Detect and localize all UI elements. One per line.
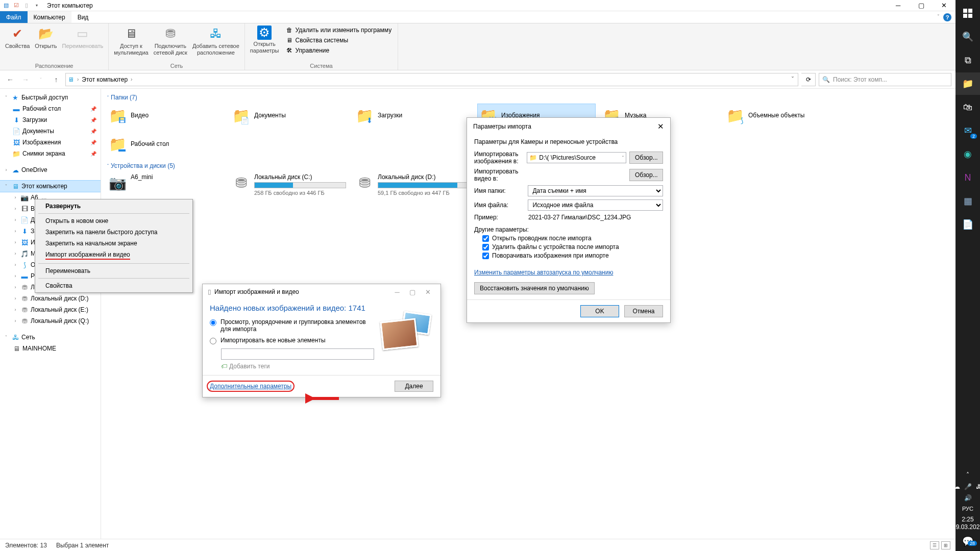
search-input[interactable]: 🔍 Поиск: Этот комп...: [819, 73, 951, 86]
ribbon-manage-item[interactable]: 🛠Управление: [284, 46, 393, 55]
ribbon-properties-button[interactable]: ✔ Свойства: [3, 24, 32, 51]
tree-desktop[interactable]: ▬Рабочий стол📌: [0, 103, 101, 114]
ribbon-map-drive-button[interactable]: ⛃ Подключить сетевой диск: [152, 24, 189, 57]
folder-downloads[interactable]: 📁⬇Загрузки: [354, 104, 472, 127]
cancel-button[interactable]: Отмена: [624, 305, 663, 317]
folders-header[interactable]: ˇПапки (7): [107, 94, 949, 101]
close-button[interactable]: ✕: [657, 122, 664, 131]
maximize-button[interactable]: ▢: [405, 288, 420, 296]
minimize-button[interactable]: ─: [389, 288, 405, 296]
ctx-import[interactable]: Импорт изображений и видео: [36, 249, 191, 262]
add-tags-hint[interactable]: 🏷Добавить теги: [221, 363, 433, 370]
browse-video-button[interactable]: Обзор...: [629, 169, 663, 181]
ribbon-uninstall-item[interactable]: 🗑Удалить или изменить программу: [284, 26, 393, 35]
folder-desktop[interactable]: 📁▬Рабочий стол: [107, 133, 225, 155]
folder-name-select[interactable]: Дата съемки + имя: [528, 185, 663, 196]
taskbar-notepad[interactable]: 📄: [955, 213, 980, 236]
tray-language[interactable]: РУС: [962, 504, 973, 514]
breadcrumb-root[interactable]: Этот компьютер: [82, 76, 128, 83]
tree-pictures[interactable]: 🖼Изображения📌: [0, 137, 101, 148]
drive-a6[interactable]: 📷 A6_mini: [107, 172, 225, 197]
ctx-pin-start[interactable]: Закрепить на начальном экране: [36, 238, 191, 249]
address-dropdown-icon[interactable]: ˇ: [790, 76, 796, 83]
view-details-icon[interactable]: ☰: [930, 541, 939, 549]
import-dialog-title-bar[interactable]: ▯ Импорт изображений и видео ─ ▢ ✕: [203, 284, 440, 299]
start-button[interactable]: [955, 2, 980, 24]
ctx-pin-quick[interactable]: Закрепить на панели быстрого доступа: [36, 227, 191, 238]
tab-computer[interactable]: Компьютер: [28, 11, 71, 23]
ribbon-sysprops-item[interactable]: 🖥Свойства системы: [284, 36, 393, 45]
qat-newfolder-icon[interactable]: ▯: [22, 2, 31, 10]
tree-screenshots[interactable]: 📁Снимки экрана📌: [0, 148, 101, 159]
ribbon-open-button[interactable]: 📂 Открыть: [33, 24, 59, 51]
taskbar-onenote[interactable]: N: [955, 166, 980, 189]
file-name-select[interactable]: Исходное имя файла: [528, 199, 663, 211]
radio-all[interactable]: [210, 338, 216, 344]
help-icon[interactable]: ?: [943, 13, 951, 21]
tree-drive-d[interactable]: ›⛃Локальный диск (D:): [0, 293, 101, 304]
maximize-button[interactable]: ▢: [910, 0, 933, 11]
ctx-open-new-window[interactable]: Открыть в новом окне: [36, 215, 191, 227]
ribbon-rename-button[interactable]: ▭ Переименовать: [60, 24, 106, 51]
chk-delete-after[interactable]: Удалить файлы с устройства после импорта: [482, 243, 663, 251]
ctx-expand[interactable]: Развернуть: [36, 201, 191, 212]
ribbon-collapse-icon[interactable]: ˇ: [938, 14, 939, 20]
taskbar-app[interactable]: ▦: [955, 190, 980, 212]
tray-clock[interactable]: 2:2529.03.2021: [952, 514, 980, 534]
tree-onedrive[interactable]: ›☁OneDrive: [0, 164, 101, 176]
import-next-button[interactable]: Далее: [395, 381, 433, 392]
chk-open-explorer[interactable]: Открыть проводник после импорта: [482, 235, 663, 242]
tray-net-icon[interactable]: 🖧: [976, 483, 981, 490]
autoplay-settings-link[interactable]: Изменить параметры автозапуска по умолча…: [474, 269, 613, 276]
qat-properties-icon[interactable]: ☑: [12, 2, 20, 10]
ok-button[interactable]: OK: [580, 305, 619, 317]
tree-this-pc[interactable]: ˇ🖥Этот компьютер: [0, 181, 101, 192]
tree-drive-q[interactable]: ›⛃Локальный диск (Q:): [0, 315, 101, 327]
chk-rotate[interactable]: Поворачивать изображения при импорте: [482, 252, 663, 259]
import-images-path[interactable]: 📁D:\( \Pictures\Sourceˇ: [527, 152, 626, 163]
tray-onedrive-icon[interactable]: ☁: [954, 483, 960, 490]
browse-images-button[interactable]: Обзор...: [629, 152, 663, 164]
close-button[interactable]: ✕: [933, 0, 955, 11]
tree-downloads[interactable]: ⬇Загрузки📌: [0, 114, 101, 126]
ribbon-settings-button[interactable]: ⚙ Открыть параметры: [248, 24, 281, 55]
tab-file[interactable]: Файл: [0, 11, 28, 23]
drive-c[interactable]: ⛃ Локальный диск (C:) 258 ГБ свободно из…: [231, 172, 348, 197]
import-more-options-link[interactable]: Дополнительные параметры: [210, 383, 291, 390]
refresh-button[interactable]: ⟳: [801, 73, 816, 86]
folder-documents[interactable]: 📁📄Документы: [231, 104, 348, 127]
tags-input[interactable]: [221, 348, 374, 360]
nav-forward-button[interactable]: →: [19, 73, 32, 86]
taskbar-store[interactable]: 🛍: [955, 96, 980, 118]
taskbar-mail[interactable]: ✉2: [955, 119, 980, 142]
address-bar[interactable]: 🖥 › Этот компьютер › ˇ: [65, 73, 798, 86]
folder-video[interactable]: 📁🎞Видео: [107, 104, 225, 127]
taskbar-explorer[interactable]: 📁: [955, 72, 980, 95]
ctx-properties[interactable]: Свойства: [36, 280, 191, 291]
view-large-icon[interactable]: ⊞: [941, 541, 950, 549]
ribbon-media-button[interactable]: 🖥 Доступ к мультимедиа: [112, 24, 151, 57]
tray-volume-icon[interactable]: 🔊: [964, 494, 972, 502]
taskbar-edge[interactable]: ◉: [955, 143, 980, 165]
close-button[interactable]: ✕: [420, 288, 435, 296]
radio-review[interactable]: [210, 319, 216, 326]
options-dialog-title-bar[interactable]: Параметры импорта ✕: [467, 118, 670, 135]
restore-defaults-button[interactable]: Восстановить значения по умолчанию: [474, 282, 595, 294]
tree-mainhome[interactable]: 🖥MAINHOME: [0, 343, 101, 354]
tray-mic-icon[interactable]: 🎤: [964, 483, 972, 490]
qat-dropdown-icon[interactable]: ▾: [33, 2, 41, 10]
nav-back-button[interactable]: ←: [4, 73, 16, 86]
tree-documents[interactable]: 📄Документы📌: [0, 126, 101, 137]
ribbon-add-location-button[interactable]: 🖧 Добавить сетевое расположение: [190, 24, 241, 57]
minimize-button[interactable]: ─: [887, 0, 910, 11]
drive-d[interactable]: ⛃ Локальный диск (D:) 59,1 ГБ свободно и…: [354, 172, 472, 197]
tree-drive-e[interactable]: ›⛃Локальный диск (E:): [0, 304, 101, 315]
tree-network[interactable]: ˇ🖧Сеть: [0, 332, 101, 343]
tree-quick-access[interactable]: ˇ★Быстрый доступ: [0, 92, 101, 103]
nav-up-button[interactable]: ↑: [50, 73, 62, 86]
taskbar-taskview[interactable]: ⧉: [955, 49, 980, 71]
nav-history-dropdown[interactable]: ˇ: [35, 73, 47, 86]
tray-expand[interactable]: ˄: [955, 469, 980, 481]
taskbar-search[interactable]: 🔍: [955, 26, 980, 48]
ctx-rename[interactable]: Переименовать: [36, 265, 191, 277]
